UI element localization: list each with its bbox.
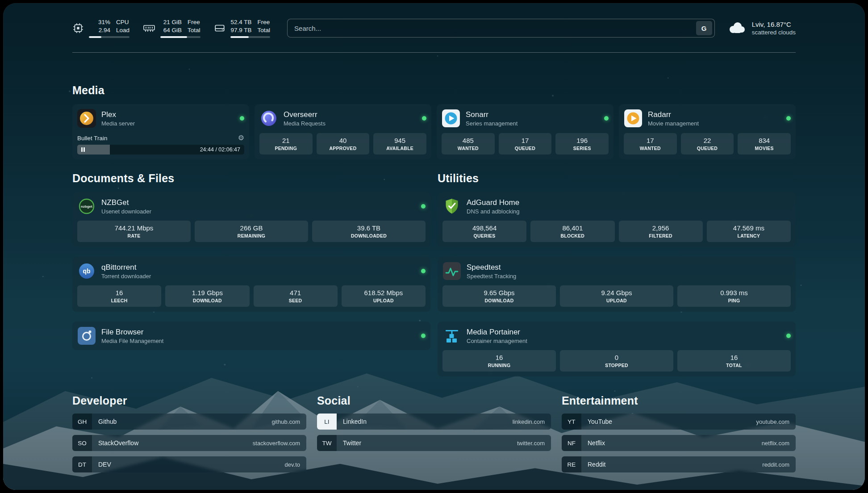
stat-value: 266 GB <box>197 224 306 232</box>
weather-condition: scattered clouds <box>752 29 796 36</box>
resource-widget-disk: 52.4 TB 97.9 TB Free Total <box>214 18 271 38</box>
bookmark-link[interactable]: SO StackOverflow stackoverflow.com <box>72 435 306 451</box>
service-card-plex[interactable]: Plex Media server Bullet Train ⚙ <box>72 104 249 159</box>
cpu-progress-bar <box>89 36 129 38</box>
memory-total-value: 64 GiB <box>163 26 182 34</box>
stat-value: 47.569 ms <box>709 224 789 232</box>
bookmark-link[interactable]: YT YouTube youtube.com <box>562 414 796 430</box>
stat-value: 86,401 <box>533 224 612 232</box>
stat-label: UPLOAD <box>344 297 423 304</box>
stat-block: 17 WANTED <box>624 133 677 155</box>
bookmark-name: YouTube <box>588 418 612 425</box>
bookmark-abbreviation: NF <box>562 435 581 451</box>
service-description: Usenet downloader <box>101 208 151 215</box>
stat-label: AVAILABLE <box>376 145 424 151</box>
disk-free-label: Free <box>258 18 271 26</box>
bookmark-abbreviation: LI <box>317 414 337 430</box>
status-dot <box>786 334 791 338</box>
bookmark-abbreviation: DT <box>72 456 92 472</box>
weather-widget: Lviv, 16.87°C scattered clouds <box>728 21 796 36</box>
stat-label: RUNNING <box>445 362 554 368</box>
stat-label: DOWNLOAD <box>167 297 247 304</box>
stat-label: DOWNLOADED <box>314 233 423 239</box>
service-card-filebrowser[interactable]: File Browser Media File Management <box>72 322 430 350</box>
bookmark-abbreviation: GH <box>72 414 92 430</box>
stat-block: 16 TOTAL <box>677 350 791 372</box>
stat-block: 39.6 TB DOWNLOADED <box>312 221 426 242</box>
stat-value: 16 <box>79 288 159 297</box>
bookmark-domain: stackoverflow.com <box>253 440 300 447</box>
service-name: NZBGet <box>101 198 151 207</box>
status-dot <box>786 116 791 121</box>
stat-label: BLOCKED <box>533 233 612 239</box>
playback-progress-bar[interactable]: 24:44 / 02:06:47 <box>77 145 244 155</box>
service-description: Container management <box>467 337 527 345</box>
search-provider-button[interactable]: G <box>696 21 712 35</box>
service-card-portainer[interactable]: Media Portainer Container management 16 … <box>438 322 796 376</box>
stat-value: 22 <box>683 136 732 145</box>
service-name: Overseerr <box>284 110 326 119</box>
service-card-radarr[interactable]: Radarr Movie management 17 WANTED <box>619 104 796 159</box>
service-name: qBittorrent <box>101 263 151 272</box>
bookmark-link[interactable]: LI LinkedIn linkedin.com <box>317 414 551 430</box>
bookmark-name: DEV <box>98 461 111 468</box>
stat-value: 0 <box>562 353 671 362</box>
stat-value: 196 <box>558 136 606 145</box>
service-card-overseerr[interactable]: Overseerr Media Requests 21 PENDING <box>255 104 431 159</box>
cloud-icon <box>728 21 746 36</box>
search-input[interactable] <box>288 19 696 37</box>
stat-value: 945 <box>376 136 424 145</box>
radarr-icon <box>624 109 643 128</box>
cpu-load-label: Load <box>116 26 129 34</box>
bookmark-domain: linkedin.com <box>513 418 545 425</box>
stat-block: 47.569 ms LATENCY <box>707 221 791 242</box>
bookmark-link[interactable]: GH Github github.com <box>72 414 306 430</box>
service-card-adguard[interactable]: AdGuard Home DNS and adblocking 498,564 … <box>438 192 796 247</box>
service-card-sonarr[interactable]: Sonarr Series management 485 WANTED <box>437 104 613 159</box>
disk-total-value: 97.9 TB <box>231 26 252 34</box>
bookmark-domain: reddit.com <box>762 461 789 468</box>
service-card-qbittorrent[interactable]: qb qBittorrent Torrent downloader <box>72 257 430 312</box>
bookmark-abbreviation: YT <box>562 414 581 430</box>
bookmark-domain: github.com <box>271 418 300 425</box>
stat-block: 196 SERIES <box>555 133 609 155</box>
bookmark-link[interactable]: TW Twitter twitter.com <box>317 435 551 451</box>
stat-value: 1.19 Gbps <box>167 288 247 297</box>
stat-block: 1.19 Gbps DOWNLOAD <box>165 285 249 307</box>
bookmark-name: Netflix <box>588 439 605 447</box>
bookmark-domain: twitter.com <box>517 440 545 447</box>
disk-free-value: 52.4 TB <box>231 18 252 26</box>
bookmark-link[interactable]: NF Netflix netflix.com <box>562 435 796 451</box>
pause-icon[interactable] <box>81 147 85 152</box>
cpu-load-value: 2.94 <box>99 26 110 34</box>
bookmark-link[interactable]: RE Reddit reddit.com <box>562 456 796 472</box>
nzbget-icon: nzbget <box>77 197 96 216</box>
bookmark-abbreviation: TW <box>317 435 337 451</box>
stat-block: 16 RUNNING <box>442 350 556 372</box>
overseerr-icon <box>259 109 278 128</box>
portainer-icon <box>442 326 461 345</box>
service-card-nzbget[interactable]: nzbget NZBGet Usenet downloader <box>72 192 430 247</box>
cpu-usage-label: CPU <box>116 18 129 26</box>
stat-block: 485 WANTED <box>442 133 495 155</box>
stat-value: 744.21 Mbps <box>79 224 188 232</box>
status-dot <box>422 116 426 121</box>
service-name: Plex <box>101 110 135 119</box>
service-name: Speedtest <box>467 263 516 272</box>
memory-icon <box>143 23 155 33</box>
status-dot <box>421 269 426 273</box>
resource-widget-memory: 21 GiB 64 GiB Free Total <box>143 18 200 38</box>
service-description: DNS and adblocking <box>467 208 520 215</box>
bookmark-link[interactable]: DT DEV dev.to <box>72 456 306 472</box>
bookmark-name: LinkedIn <box>343 418 367 425</box>
service-card-speedtest[interactable]: Speedtest Speedtest Tracking 9.65 Gbps D… <box>438 257 796 312</box>
stat-label: LATENCY <box>709 233 789 239</box>
plex-now-playing: Bullet Train ⚙ 24:44 / 02:06:47 <box>77 134 244 155</box>
stat-value: 9.65 Gbps <box>445 288 554 297</box>
filebrowser-icon <box>77 326 96 345</box>
gear-icon[interactable]: ⚙ <box>238 134 244 142</box>
stat-block: 40 APPROVED <box>317 133 370 155</box>
developer-section-title: Developer <box>72 394 306 407</box>
stat-block: 2,956 FILTERED <box>619 221 703 242</box>
entertainment-section-title: Entertainment <box>562 394 796 407</box>
